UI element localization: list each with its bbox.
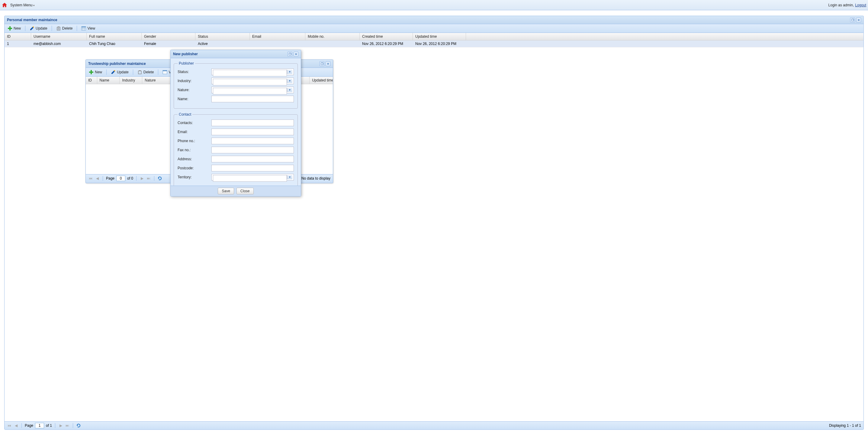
email-input[interactable] [211,129,294,135]
view-label: View [87,26,95,31]
contacts-row: Contacts: [178,120,294,126]
close-icon[interactable]: ✕ [326,61,331,66]
separator [103,176,103,181]
table-icon [162,70,167,74]
maximize-icon[interactable]: ❐ [319,61,324,66]
next-page-icon[interactable]: ▶ [140,176,144,181]
phone-input[interactable] [211,138,294,144]
page-input[interactable] [116,176,125,181]
cell-email [250,40,305,47]
new-button[interactable]: New [6,25,22,31]
nature-row: Nature: ▼ [178,87,294,93]
close-icon[interactable]: ✕ [856,18,861,22]
status-combo[interactable]: ▼ [211,68,294,75]
view-button[interactable]: View [80,25,96,31]
refresh-icon[interactable] [76,423,81,428]
nature-combo[interactable]: ▼ [211,87,294,93]
menubar-right: Login as admin, Logout [829,3,866,7]
update-button[interactable]: Update [28,25,49,31]
table-row[interactable]: 1 me@abbish.com Chih Tung Chao Female Ac… [4,40,864,47]
fax-input[interactable] [211,147,294,153]
update-button[interactable]: Update [110,69,130,75]
system-menu[interactable]: System Menu [8,2,36,8]
delete-button[interactable]: Delete [136,69,155,75]
col-gender[interactable]: Gender [142,33,195,40]
main-grid-header: ID Username Full name Gender Status Emai… [4,33,864,40]
main-toolbar: New Update Delete View [4,24,864,33]
paging-display: No data to display [302,176,331,180]
chevron-down-icon[interactable]: ▼ [287,88,292,92]
login-status: Login as admin, [829,3,854,7]
territory-input[interactable] [213,175,287,182]
trustee-title: Trusteeship publisher maintaince [88,62,146,66]
delete-button[interactable]: Delete [55,25,74,31]
page-input[interactable] [35,423,44,428]
new-publisher-dialog: New publisher ❐ ✕ Publisher Status: ▼ In… [170,50,301,197]
main-paging: ⏮ ◀ Page of 1 ▶ ⏭ Displaying 1 - 1 of 1 [4,421,864,430]
toolbar-separator [25,26,25,31]
toolbar-separator [158,69,158,75]
col-id[interactable]: ID [86,77,97,84]
industry-combo[interactable]: ▼ [211,77,294,84]
chevron-down-icon[interactable]: ▼ [287,70,292,74]
territory-label: Territory: [178,175,211,179]
table-icon [81,26,86,31]
close-icon[interactable]: ✕ [293,52,299,57]
maximize-icon[interactable]: ❐ [850,18,855,22]
status-input[interactable] [213,70,287,76]
col-created[interactable]: Created time [360,33,413,40]
maximize-icon[interactable]: ❐ [287,52,292,57]
col-username[interactable]: Username [31,33,87,40]
page-of: of 0 [127,176,133,180]
page-of: of 1 [46,424,52,428]
col-industry[interactable]: Industry [120,77,142,84]
postcode-input[interactable] [211,165,294,171]
separator [22,423,22,428]
separator [73,423,73,428]
industry-input[interactable] [213,79,287,86]
cell-fullname: Chih Tung Chao [87,40,142,47]
last-page-icon[interactable]: ⏭ [65,423,70,428]
col-id[interactable]: ID [4,33,31,40]
dialog-header[interactable]: New publisher ❐ ✕ [170,50,301,58]
pencil-icon [30,26,34,31]
update-label: Update [36,26,48,31]
new-button[interactable]: New [88,69,103,75]
name-input[interactable] [211,96,294,102]
menubar-left: System Menu [2,2,36,8]
col-updated[interactable]: Updated time [413,33,466,40]
col-fullname[interactable]: Full name [87,33,142,40]
refresh-icon[interactable] [157,176,162,181]
last-page-icon[interactable]: ⏭ [146,176,151,181]
save-button[interactable]: Save [218,188,234,194]
address-input[interactable] [211,156,294,162]
col-status[interactable]: Status [195,33,250,40]
close-button[interactable]: Close [237,188,254,194]
nature-input[interactable] [213,88,287,95]
logout-link[interactable]: Logout [855,3,866,7]
col-name[interactable]: Name [97,77,120,84]
trustee-tools: ❐ ✕ [319,61,331,66]
paging-left: ⏮ ◀ Page of 0 ▶ ⏭ [88,176,162,181]
chevron-down-icon[interactable]: ▼ [287,175,292,179]
prev-page-icon[interactable]: ◀ [13,423,19,428]
new-label: New [13,26,21,31]
paging-display: Displaying 1 - 1 of 1 [829,424,861,428]
delete-label: Delete [144,70,154,74]
first-page-icon[interactable]: ⏮ [88,176,93,181]
territory-combo[interactable]: ▼ [211,174,294,180]
contacts-label: Contacts: [178,121,211,125]
chevron-down-icon[interactable]: ▼ [287,79,292,83]
main-panel-header[interactable]: Personal member maintaince ❐ ✕ [4,16,864,24]
col-mobile[interactable]: Mobile no. [305,33,360,40]
first-page-icon[interactable]: ⏮ [7,423,12,428]
fax-row: Fax no.: [178,147,294,153]
next-page-icon[interactable]: ▶ [58,423,63,428]
cell-gender: Female [142,40,195,47]
col-email[interactable]: Email [250,33,305,40]
industry-row: Industry: ▼ [178,77,294,84]
col-updated-time[interactable]: Updated time [310,77,333,84]
contacts-input[interactable] [211,120,294,126]
prev-page-icon[interactable]: ◀ [95,176,100,181]
contact-legend: Contact [178,112,192,116]
